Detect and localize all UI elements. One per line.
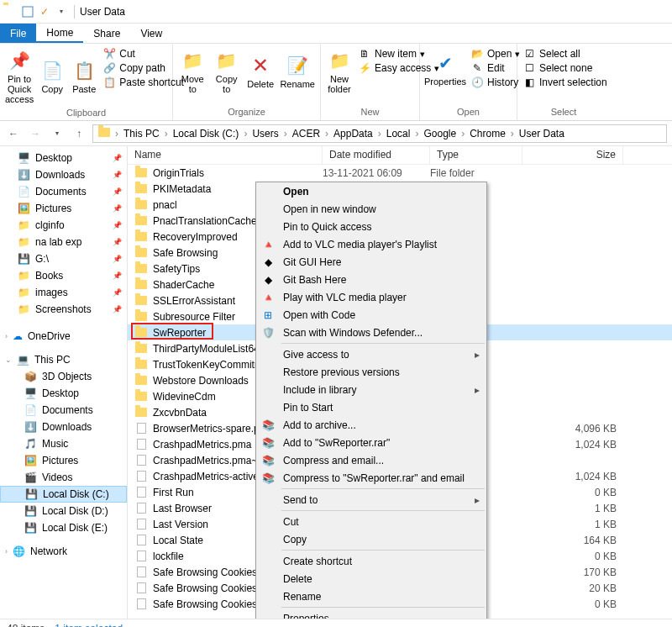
context-item[interactable]: Include in library▸ bbox=[256, 381, 486, 398]
tab-home[interactable]: Home bbox=[36, 24, 83, 43]
nav-quick-item[interactable]: 💾G:\ bbox=[0, 250, 127, 267]
nav-quick-item[interactable]: 🖥️Desktop bbox=[0, 150, 127, 166]
nav-quick-item[interactable]: 📁clginfo bbox=[0, 217, 127, 234]
context-item[interactable]: Pin to Start bbox=[256, 398, 486, 416]
tab-share[interactable]: Share bbox=[83, 24, 130, 43]
col-date[interactable]: Date modified bbox=[323, 146, 430, 164]
nav-pc-item[interactable]: 🎬Videos bbox=[0, 469, 127, 486]
breadcrumb-seg[interactable]: Users bbox=[247, 128, 283, 140]
nav-quick-item[interactable]: 📄Documents bbox=[0, 183, 127, 200]
folder-icon bbox=[3, 5, 17, 18]
breadcrumb-seg[interactable]: User Data bbox=[514, 128, 570, 140]
select-all-button[interactable]: ☑Select all bbox=[522, 47, 607, 61]
delete-button[interactable]: ✕Delete bbox=[244, 45, 276, 96]
nav-pc-item[interactable]: 🎵Music bbox=[0, 435, 127, 452]
nav-pc-item[interactable]: 📦3D Objects bbox=[0, 368, 127, 385]
tab-view[interactable]: View bbox=[130, 24, 172, 43]
context-item[interactable]: Send to▸ bbox=[256, 491, 486, 508]
nav-quick-item[interactable]: 📁Books bbox=[0, 267, 127, 284]
nav-pc-item[interactable]: 📄Documents bbox=[0, 402, 127, 419]
cut-button[interactable]: ✂️Cut bbox=[102, 47, 184, 61]
context-item[interactable]: Restore previous versions bbox=[256, 363, 486, 381]
new-folder-button[interactable]: 📁New folder bbox=[324, 45, 354, 96]
nav-pc-item[interactable]: ⬇️Downloads bbox=[0, 419, 127, 435]
select-none-button[interactable]: ☐Select none bbox=[522, 61, 607, 75]
open-button[interactable]: 📂Open ▾ bbox=[470, 47, 520, 61]
col-size[interactable]: Size bbox=[522, 146, 623, 164]
nav-quick-item[interactable]: ⬇️Downloads bbox=[0, 166, 127, 183]
breadcrumb-seg[interactable]: Chrome bbox=[465, 128, 511, 140]
context-item[interactable]: 📚Compress to "SwReporter.rar" and email bbox=[256, 469, 486, 487]
nav-thispc[interactable]: ⌄💻This PC bbox=[0, 351, 127, 368]
nav-icon: 📄 bbox=[17, 185, 30, 198]
invert-selection-button[interactable]: ◧Invert selection bbox=[522, 76, 607, 89]
qat-properties-icon[interactable] bbox=[20, 4, 35, 19]
context-item[interactable]: Rename bbox=[256, 587, 486, 605]
edit-button[interactable]: ✎Edit bbox=[470, 61, 520, 75]
file-row[interactable]: OriginTrials13-11-2021 06:09File folder bbox=[128, 165, 672, 181]
context-item[interactable]: Cut bbox=[256, 513, 486, 530]
context-item[interactable]: ◆Git Bash Here bbox=[256, 271, 486, 288]
context-item[interactable]: Open in new window bbox=[256, 200, 486, 218]
qat-dropdown-icon[interactable]: ▾ bbox=[54, 4, 69, 19]
nav-onedrive[interactable]: ›☁OneDrive bbox=[0, 328, 127, 345]
breadcrumb-seg[interactable]: This PC bbox=[118, 128, 165, 140]
breadcrumb[interactable]: ›This PC›Local Disk (C:)›Users›ACER›AppD… bbox=[92, 124, 667, 143]
up-button[interactable]: ↑ bbox=[71, 125, 87, 142]
nav-pc-item[interactable]: 🖥️Desktop bbox=[0, 385, 127, 402]
paste-shortcut-button[interactable]: 📋Paste shortcut bbox=[102, 76, 184, 89]
qat-check-icon[interactable]: ✓ bbox=[37, 4, 52, 19]
context-item[interactable]: 📚Compress and email... bbox=[256, 451, 486, 469]
nav-pc-item[interactable]: 💾Local Disk (E:) bbox=[0, 519, 127, 536]
breadcrumb-seg[interactable]: Local bbox=[381, 128, 416, 140]
breadcrumb-seg[interactable]: ACER bbox=[287, 128, 325, 140]
recent-dropdown[interactable]: ▾ bbox=[49, 125, 66, 142]
col-name[interactable]: Name bbox=[128, 146, 323, 164]
context-item[interactable]: 📚Add to archive... bbox=[256, 416, 486, 434]
pin-to-quick-access-button[interactable]: 📌Pin to Quick access bbox=[3, 45, 35, 106]
breadcrumb-seg[interactable]: Google bbox=[418, 128, 461, 140]
context-item[interactable]: Pin to Quick access bbox=[256, 218, 486, 235]
nav-quick-item[interactable]: 📁images bbox=[0, 284, 127, 301]
history-button[interactable]: 🕘History bbox=[470, 76, 520, 89]
context-item[interactable]: Open bbox=[256, 182, 486, 200]
copy-to-button[interactable]: 📁Copy to bbox=[210, 45, 242, 96]
context-item[interactable]: 🔺Add to VLC media player's Playlist bbox=[256, 235, 486, 253]
breadcrumb-seg[interactable]: Local Disk (C:) bbox=[168, 128, 244, 140]
nav-pc-item[interactable]: 💾Local Disk (D:) bbox=[0, 503, 127, 519]
context-item[interactable]: Give access to▸ bbox=[256, 345, 486, 363]
nav-quick-item[interactable]: 📁Screenshots bbox=[0, 301, 127, 318]
nav-quick-item[interactable]: 🖼️Pictures bbox=[0, 200, 127, 217]
context-item[interactable]: Copy bbox=[256, 530, 486, 548]
nav-pc-item[interactable]: 💾Local Disk (C:) bbox=[0, 486, 127, 503]
context-item[interactable]: Properties bbox=[256, 609, 486, 619]
folder-icon bbox=[134, 343, 148, 355]
rename-button[interactable]: 📝Rename bbox=[278, 45, 317, 96]
copy-path-button[interactable]: 🔗Copy path bbox=[102, 61, 184, 75]
nav-quick-item[interactable]: 📁na lab exp bbox=[0, 234, 127, 250]
folder-icon bbox=[134, 407, 148, 419]
context-item[interactable]: 🛡️Scan with Windows Defender... bbox=[256, 324, 486, 341]
context-item[interactable]: ⊞Open with Code bbox=[256, 306, 486, 324]
breadcrumb-seg[interactable]: AppData bbox=[328, 128, 378, 140]
nav-icon: 📄 bbox=[24, 403, 37, 417]
context-icon: 📚 bbox=[260, 436, 276, 450]
forward-button[interactable]: → bbox=[27, 125, 44, 142]
column-headers[interactable]: Name Date modified Type Size bbox=[128, 146, 672, 165]
paste-button[interactable]: 📋Paste bbox=[69, 45, 99, 106]
context-icon: 📚 bbox=[260, 419, 276, 432]
tab-file[interactable]: File bbox=[0, 24, 36, 43]
nav-pc-item[interactable]: 🖼️Pictures bbox=[0, 452, 127, 469]
copy-button[interactable]: 📄Copy bbox=[37, 45, 67, 106]
context-item[interactable]: ◆Git GUI Here bbox=[256, 253, 486, 271]
properties-button[interactable]: ✔Properties bbox=[423, 45, 467, 91]
context-item[interactable]: 📚Add to "SwReporter.rar" bbox=[256, 434, 486, 451]
col-type[interactable]: Type bbox=[430, 146, 522, 164]
context-item[interactable]: 🔺Play with VLC media player bbox=[256, 288, 486, 306]
pin-icon: 📌 bbox=[6, 47, 33, 74]
context-item[interactable]: Create shortcut bbox=[256, 552, 486, 570]
context-item[interactable]: Delete bbox=[256, 570, 486, 587]
move-to-button[interactable]: 📁Move to bbox=[176, 45, 208, 96]
nav-network[interactable]: ›🌐Network bbox=[0, 543, 127, 560]
back-button[interactable]: ← bbox=[5, 125, 22, 142]
